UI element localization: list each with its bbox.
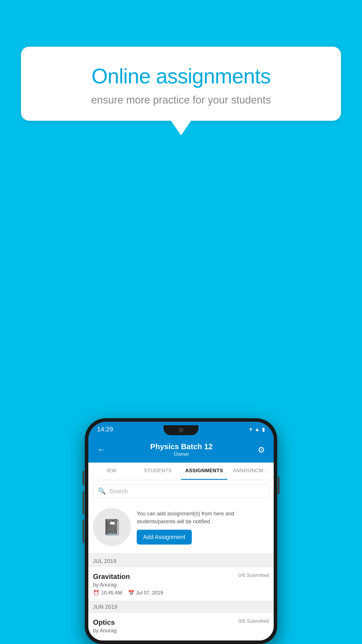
header-title: Physics Batch 12 [150, 442, 213, 451]
bubble-subtitle: ensure more practice for your students [41, 94, 321, 106]
wifi-icon: ▾ [249, 426, 252, 433]
assignment-by-optics: by Anurag [93, 628, 269, 634]
assignment-name: Gravitation [93, 573, 130, 581]
phone-screen: 14:29 ▾ ▲ ▮ ← Physics Batch 12 Owner ⚙ I… [88, 422, 274, 640]
phone-outer: 14:29 ▾ ▲ ▮ ← Physics Batch 12 Owner ⚙ I… [85, 418, 277, 644]
speech-bubble: Online assignments ensure more practice … [21, 47, 341, 121]
assignment-date: Jul 07, 2019 [136, 590, 163, 596]
tab-students[interactable]: STUDENTS [135, 463, 181, 480]
promo-icon-circle: 📓 [93, 508, 131, 546]
tab-overview[interactable]: IEW [88, 463, 135, 480]
search-container: 🔍 Search [88, 480, 274, 502]
silent-button [82, 471, 84, 485]
status-time: 14:29 [97, 426, 113, 433]
speech-bubble-container: Online assignments ensure more practice … [21, 47, 341, 135]
month-header-jul: JUL 2019 [88, 555, 274, 567]
bubble-title: Online assignments [41, 64, 321, 88]
search-icon: 🔍 [98, 487, 106, 495]
header-subtitle: Owner [150, 451, 213, 457]
add-assignment-button[interactable]: Add Assignment [137, 530, 192, 545]
speech-bubble-tail [171, 120, 191, 135]
battery-icon: ▮ [262, 426, 265, 433]
clock-icon: ⏰ [93, 590, 99, 596]
assignment-name-optics: Optics [93, 618, 115, 626]
month-header-jun: JUN 2019 [88, 601, 274, 613]
tab-bar: IEW STUDENTS ASSIGNMENTS ANNOUNCM… [88, 463, 274, 480]
meta-date: 📅 Jul 07, 2019 [128, 590, 163, 596]
volume-up-button [82, 491, 84, 514]
phone-wrapper: 14:29 ▾ ▲ ▮ ← Physics Batch 12 Owner ⚙ I… [85, 418, 277, 644]
signal-icon: ▲ [254, 426, 260, 433]
promo-description: You can add assignment(s) from here and … [137, 510, 269, 526]
phone-notch [164, 425, 198, 435]
settings-icon[interactable]: ⚙ [258, 445, 265, 455]
app-header: ← Physics Batch 12 Owner ⚙ [88, 437, 274, 463]
calendar-icon: 📅 [128, 590, 134, 596]
assignment-item-optics[interactable]: Optics 0/6 Submitted by Anurag [88, 613, 274, 640]
assignment-item-gravitation[interactable]: Gravitation 0/6 Submitted by Anurag ⏰ 10… [88, 567, 274, 601]
front-camera [179, 428, 183, 433]
assignment-by: by Anurag [93, 582, 269, 588]
search-placeholder: Search [109, 488, 128, 495]
back-button[interactable]: ← [97, 445, 105, 454]
volume-down-button [82, 520, 84, 543]
assignment-meta: ⏰ 10:45 AM 📅 Jul 07, 2019 [93, 590, 269, 596]
promo-block: 📓 You can add assignment(s) from here an… [88, 502, 274, 555]
assignment-row-top-optics: Optics 0/6 Submitted [93, 618, 269, 626]
status-icons: ▾ ▲ ▮ [249, 426, 265, 433]
header-center: Physics Batch 12 Owner [150, 442, 213, 457]
meta-time: ⏰ 10:45 AM [93, 590, 122, 596]
assignment-submitted-optics: 0/6 Submitted [238, 618, 269, 624]
assignment-time: 10:45 AM [101, 590, 122, 596]
assignment-row-top: Gravitation 0/6 Submitted [93, 573, 269, 581]
promo-content: You can add assignment(s) from here and … [137, 510, 269, 545]
tab-announcements[interactable]: ANNOUNCM… [227, 463, 274, 480]
tab-assignments[interactable]: ASSIGNMENTS [181, 463, 227, 480]
power-button [278, 477, 280, 494]
search-bar[interactable]: 🔍 Search [93, 484, 269, 498]
notebook-icon: 📓 [103, 518, 122, 536]
assignment-submitted: 0/6 Submitted [238, 573, 269, 578]
